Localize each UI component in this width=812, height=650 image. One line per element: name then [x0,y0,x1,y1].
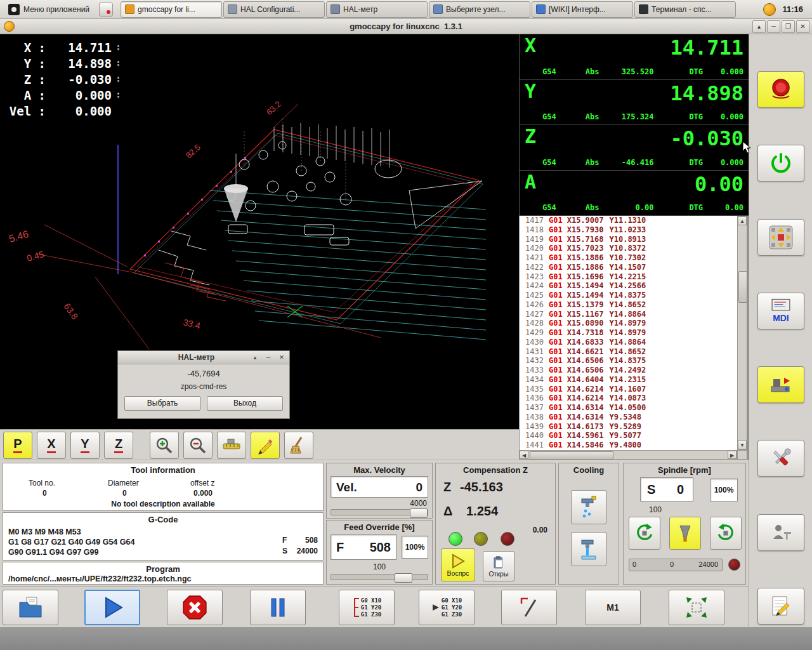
window-icon [639,4,648,14]
spindle-stop-button[interactable] [669,517,701,550]
shade-icon[interactable]: ▴ [249,352,261,363]
slider-handle[interactable] [410,508,428,518]
spinner-icon[interactable]: ▴▾ [117,60,120,67]
fullscreen-button[interactable] [669,590,724,625]
dro-axis-row[interactable]: Y 14.898 G54 Abs 175.324 DTG 0.000 [520,80,749,126]
run-program-button[interactable] [84,590,140,625]
feed-label: F [282,536,287,545]
panel-title: Compensation Z [436,465,555,475]
spinner-icon[interactable]: ▴▾ [117,91,120,99]
shade-icon[interactable]: ▴ [752,20,766,33]
estop-button[interactable] [757,71,804,108]
dim-label: 63.8 [62,302,81,322]
logbook-button[interactable] [757,588,804,625]
gcode-command: G01 [549,310,563,319]
scroll-down-icon[interactable]: ▼ [738,441,747,449]
scroll-right-icon[interactable]: ▶ [728,451,737,459]
spindle-left-button[interactable] [629,517,660,550]
tool-no-value: 0 [43,489,47,498]
gcode-hscrollbar[interactable]: ◀ ▶ [519,450,737,460]
gcode-line: 1428 G01 X15.0890 Y14.8979 [520,319,737,328]
gcode-command: G01 [549,347,563,357]
launcher-icon[interactable] [99,3,113,17]
clear-plot-button[interactable] [284,432,313,459]
dro-axis-row[interactable]: A 0.00 G54 Abs 0.00 DTG 0.00 [520,171,749,216]
minimize-icon[interactable]: ─ [263,352,274,363]
flood-coolant-button[interactable] [571,532,606,566]
clock[interactable]: 11:16 [776,4,809,14]
tool-settings-button[interactable] [757,366,804,403]
view-p-button[interactable]: P [3,432,32,459]
pause-icon [265,595,291,620]
close-icon[interactable]: ✕ [796,20,809,33]
view-y-button[interactable]: Y [70,432,100,459]
taskbar-window-button[interactable]: gmoccapy for li... [121,1,222,18]
close-icon[interactable]: ✕ [276,352,287,363]
compensation-z-panel: Compensation Z Z -45.163 Δ 1.254 0.00 Во… [435,463,556,585]
optional-stop-button[interactable]: M1 [585,590,641,625]
stop-program-button[interactable] [167,590,223,625]
block-delete-button[interactable] [501,590,557,625]
gcode-line-number: 1427 [520,310,544,319]
manual-jog-button[interactable] [757,219,804,256]
feed-percent[interactable]: 100% [402,536,428,559]
gcode-line: 1424 G01 X15.1494 Y14.2566 [520,281,737,291]
spindle-percent[interactable]: 100% [710,479,738,501]
dro-axis-row[interactable]: Z -0.030 G54 Abs -46.416 DTG 0.000 [520,125,749,171]
view-x-button[interactable]: X [37,432,66,459]
zoom-in-button[interactable] [150,432,179,459]
gcode-line-number: 1434 [520,375,544,385]
taskbar-window-button[interactable]: Терминал - спс... [634,1,736,18]
halmeter-window[interactable]: HAL-метр ▴ ─ ✕ -45,7694 zpos-cmd-res Выб… [117,350,290,419]
halmeter-exit-button[interactable]: Выход [207,396,283,411]
gcode-line-number: 1431 [520,347,544,357]
slider-handle[interactable] [395,573,412,583]
dtg-value: 0.000 [721,158,743,167]
spindle-rpm-slider[interactable]: 0 0 24000 [629,559,723,571]
gcode-x: X15.1696 [567,272,604,282]
dro-axis-row[interactable]: X 14.711 G54 Abs 325.520 DTG 0.000 [520,34,749,80]
user-settings-button[interactable] [757,514,804,551]
open-file-button[interactable] [3,590,58,625]
vscroll-thumb[interactable] [738,271,747,303]
open-folder-icon [17,595,44,620]
taskbar-window-button[interactable]: HAL Configurati... [223,1,325,18]
window-titlebar[interactable]: gmoccapy for linuxcnc 1.3.1 ▴ ─ ❐ ✕ [0,19,812,34]
gcode-vscrollbar[interactable]: ▲ ▼ [737,216,747,450]
taskbar-window-button[interactable]: Выберите узел... [429,1,530,18]
mdi-mode-button[interactable]: MDI [757,293,804,329]
hscroll-thumb[interactable] [530,451,613,460]
run-from-beginning-button[interactable]: G0 X10G1 Y20G1 Z30 [339,590,395,625]
overlay-dro-a: A :0.000 ▴▾ [9,88,120,102]
view-z-button[interactable]: Z [104,432,133,459]
gmoccapy-tray-icon[interactable] [763,3,776,16]
run-from-line-button[interactable]: G0 X10G1 Y20G1 Z30 [419,590,475,625]
offsets-edit-button[interactable] [251,432,280,459]
minimize-icon[interactable]: ─ [767,20,780,33]
scroll-up-icon[interactable]: ▲ [738,216,747,225]
zoom-out-button[interactable] [183,432,213,459]
machine-on-button[interactable] [757,145,804,182]
gremlin-preview[interactable]: 63.2 82.5 5.46 0.45 63.8 33.4 X :14.711 … [0,34,519,429]
compensation-play-button[interactable]: Воспрс [441,548,475,581]
applications-menu-button[interactable]: Меню приложений [3,1,95,18]
spinner-icon[interactable]: ▴▾ [117,76,120,83]
spinner-icon[interactable]: ▴▾ [117,44,120,51]
compensation-open-button[interactable]: Откры [483,551,514,581]
spindle-right-button[interactable] [710,517,742,550]
taskbar-window-button[interactable]: [WIKI] Интерф... [532,1,633,18]
gcode-listing[interactable]: 1417 G01 X15.9007 Y11.1310 1418 G01 X15.… [519,216,737,450]
feed-override-slider[interactable] [331,574,428,580]
halmeter-titlebar[interactable]: HAL-метр ▴ ─ ✕ [118,351,289,364]
power-icon [769,151,793,175]
taskbar-window-button[interactable]: HAL-метр [326,1,428,18]
dimensions-button[interactable] [217,432,246,459]
scroll-left-icon[interactable]: ◀ [520,451,528,459]
pause-program-button[interactable] [250,590,306,625]
program-path: /home/cnc/...менты/UPE/ft232/ft232.top.e… [8,574,192,583]
max-velocity-slider[interactable] [331,509,428,515]
maximize-icon[interactable]: ❐ [782,20,795,33]
halmeter-select-button[interactable]: Выбрать [124,396,200,411]
mist-coolant-button[interactable] [571,490,606,524]
settings-button[interactable] [757,440,804,477]
